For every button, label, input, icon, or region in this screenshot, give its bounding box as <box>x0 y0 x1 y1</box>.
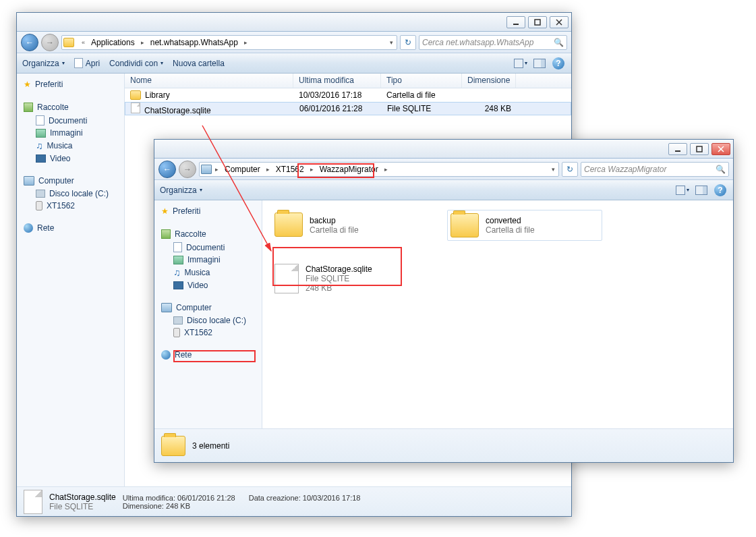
document-icon <box>173 242 182 252</box>
maximize-button[interactable] <box>690 143 709 155</box>
sidebar-item-phone[interactable]: XT1562 <box>154 327 262 339</box>
chevron-icon[interactable]: « <box>80 39 87 46</box>
open-button[interactable]: Apri <box>74 58 100 68</box>
image-icon <box>173 256 183 264</box>
folder-icon <box>130 90 141 100</box>
sidebar-libraries-header[interactable]: Raccolte <box>17 101 124 114</box>
sidebar-favorites-header[interactable]: ★Preferiti <box>17 78 124 91</box>
title-bar <box>154 140 733 159</box>
dropdown-icon[interactable]: ▾ <box>550 166 557 173</box>
status-bar: 3 elementi <box>154 428 733 462</box>
sidebar-item-local-disk[interactable]: Disco locale (C:) <box>154 314 262 327</box>
folder-icon <box>63 38 74 47</box>
star-icon: ★ <box>161 206 169 216</box>
close-button[interactable] <box>550 16 569 28</box>
computer-icon <box>161 303 172 312</box>
search-icon: 🔍 <box>554 38 564 47</box>
status-bar: ChatStorage.sqlite File SQLITE Ultima mo… <box>17 486 571 516</box>
view-options-button[interactable]: ▾ <box>675 183 690 198</box>
close-button[interactable] <box>711 143 730 155</box>
image-icon <box>36 129 46 138</box>
video-icon <box>36 154 46 163</box>
organize-menu[interactable]: Organizza ▾ <box>160 186 202 195</box>
refresh-button[interactable]: ↻ <box>562 162 578 177</box>
breadcrumb-segment[interactable]: Computer <box>222 163 263 176</box>
search-placeholder: Cerca WazzapMigrator <box>584 165 666 174</box>
search-input[interactable]: Cerca net.whatsapp.WhatsApp 🔍 <box>419 35 567 50</box>
new-folder-button[interactable]: Nuova cartella <box>173 59 225 68</box>
column-name[interactable]: Nome <box>125 74 293 88</box>
file-tile[interactable]: ChatStorage.sqliteFile SQLITE248 KB <box>272 261 427 296</box>
sidebar-item-documents[interactable]: Documenti <box>17 114 124 127</box>
help-button[interactable]: ? <box>551 56 566 71</box>
sidebar-item-documents[interactable]: Documenti <box>154 241 262 254</box>
sidebar-item-video[interactable]: Video <box>154 279 262 291</box>
sidebar-item-music[interactable]: ♫Musica <box>17 139 124 152</box>
status-item-count: 3 elementi <box>192 441 229 451</box>
sidebar-item-local-disk[interactable]: Disco locale (C:) <box>17 188 124 200</box>
sidebar-network-header[interactable]: Rete <box>154 348 262 362</box>
help-button[interactable]: ? <box>713 183 728 198</box>
status-value: 248 KB <box>166 502 190 510</box>
sidebar-computer-header[interactable]: Computer <box>17 174 124 188</box>
forward-button[interactable]: → <box>41 34 59 51</box>
breadcrumb-segment[interactable]: Applications <box>88 36 138 49</box>
chevron-icon[interactable]: ▸ <box>264 166 272 173</box>
status-label: Dimensione: <box>123 502 164 510</box>
chevron-icon[interactable]: ▸ <box>139 39 146 46</box>
music-icon: ♫ <box>36 140 43 151</box>
minimize-button[interactable] <box>506 16 525 28</box>
svg-rect-1 <box>535 20 540 25</box>
status-label: Ultima modifica: <box>123 494 175 502</box>
sidebar-item-music[interactable]: ♫Musica <box>154 266 262 279</box>
breadcrumb-segment[interactable]: net.whatsapp.WhatsApp <box>148 36 241 49</box>
sidebar-computer-header[interactable]: Computer <box>154 301 262 314</box>
back-button[interactable]: ← <box>158 161 176 178</box>
forward-button[interactable]: → <box>179 161 196 178</box>
chevron-icon[interactable]: ▸ <box>382 166 390 173</box>
chevron-icon[interactable]: ▸ <box>242 39 250 46</box>
disk-icon <box>36 190 45 198</box>
refresh-button[interactable]: ↻ <box>400 35 416 50</box>
nav-bar: ← → ▸ Computer ▸ XT1562 ▸ WazzapMigrator… <box>154 159 733 180</box>
search-input[interactable]: Cerca WazzapMigrator 🔍 <box>581 162 729 177</box>
column-modified[interactable]: Ultima modifica <box>293 74 381 88</box>
libraries-icon <box>24 103 33 112</box>
back-button[interactable]: ← <box>21 34 38 51</box>
share-menu[interactable]: Condividi con ▾ <box>109 59 163 68</box>
dropdown-icon[interactable]: ▾ <box>388 39 395 46</box>
status-filetype: File SQLITE <box>49 502 116 511</box>
organize-menu[interactable]: Organizza ▾ <box>22 59 65 68</box>
sidebar-item-phone[interactable]: XT1562 <box>17 200 124 212</box>
libraries-icon <box>161 229 171 239</box>
search-placeholder: Cerca net.whatsapp.WhatsApp <box>422 38 533 47</box>
sidebar-item-images[interactable]: Immagini <box>17 127 124 139</box>
breadcrumb-segment[interactable]: WazzapMigrator <box>317 163 381 176</box>
document-icon <box>36 115 45 125</box>
minimize-button[interactable] <box>668 143 687 155</box>
status-label: Data creazione: <box>249 494 301 502</box>
folder-tile[interactable]: backupCartella di file <box>272 210 427 241</box>
chevron-icon[interactable]: ▸ <box>308 166 316 173</box>
view-options-button[interactable]: ▾ <box>513 56 528 71</box>
address-bar[interactable]: « Applications ▸ net.whatsapp.WhatsApp ▸… <box>61 35 397 50</box>
address-bar[interactable]: ▸ Computer ▸ XT1562 ▸ WazzapMigrator ▸ ▾ <box>199 162 559 177</box>
breadcrumb-segment[interactable]: XT1562 <box>273 163 307 176</box>
title-bar <box>17 13 571 32</box>
sidebar-item-images[interactable]: Immagini <box>154 254 262 266</box>
sidebar-favorites-header[interactable]: ★Preferiti <box>154 204 262 218</box>
folder-tile[interactable]: convertedCartella di file <box>447 210 602 241</box>
preview-pane-button[interactable] <box>694 183 709 198</box>
column-type[interactable]: Tipo <box>381 74 462 88</box>
search-icon: 🔍 <box>716 165 726 174</box>
column-size[interactable]: Dimensione <box>462 74 516 88</box>
maximize-button[interactable] <box>528 16 547 28</box>
music-icon: ♫ <box>173 267 181 278</box>
sidebar-libraries-header[interactable]: Raccolte <box>154 227 262 241</box>
preview-pane-button[interactable] <box>532 56 547 71</box>
file-row-selected[interactable]: ChatStorage.sqlite 06/01/2016 21:28 File… <box>125 102 571 115</box>
sidebar-item-video[interactable]: Video <box>17 152 124 165</box>
phone-icon <box>36 201 42 210</box>
sidebar-network-header[interactable]: Rete <box>17 221 124 235</box>
chevron-icon[interactable]: ▸ <box>213 166 221 173</box>
